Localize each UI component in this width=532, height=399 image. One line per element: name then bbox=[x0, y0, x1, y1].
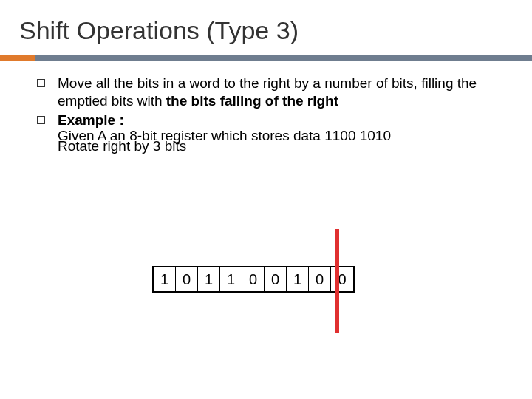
bullet0-right-word: right bbox=[263, 75, 290, 91]
content-area: Move all the bits in a word to the right… bbox=[0, 75, 532, 155]
register-cell: 0 bbox=[176, 267, 198, 291]
accent-orange bbox=[0, 55, 35, 61]
register-cell: 1 bbox=[287, 267, 309, 291]
register-cell: 0 bbox=[242, 267, 265, 291]
register-cell: 1 bbox=[154, 267, 176, 291]
register-cell: 0 bbox=[265, 267, 287, 291]
title-rule bbox=[0, 55, 532, 61]
register-cell: 1 bbox=[220, 267, 242, 291]
example-label: Example : bbox=[58, 112, 124, 128]
bullet-item-0: Move all the bits in a word to the right… bbox=[34, 75, 498, 110]
register-row: 1 0 1 1 0 0 1 0 0 bbox=[152, 266, 355, 293]
bullet-item-1: Example : bbox=[34, 112, 498, 129]
slide: Shift Operations (Type 3) Move all the b… bbox=[0, 0, 532, 399]
bullet-list: Move all the bits in a word to the right… bbox=[34, 75, 498, 129]
bullet0-text-pre: Move all the bits in a word to the bbox=[58, 75, 263, 91]
register-cell: 1 bbox=[198, 267, 220, 291]
red-divider-bar bbox=[335, 229, 339, 332]
bullet0-bold2: the bits falling of the right bbox=[166, 93, 338, 109]
slide-title: Shift Operations (Type 3) bbox=[0, 0, 532, 52]
register-diagram: 1 0 1 1 0 0 1 0 0 bbox=[152, 266, 355, 355]
accent-gray bbox=[35, 55, 532, 61]
register-cell: 0 bbox=[309, 267, 331, 291]
